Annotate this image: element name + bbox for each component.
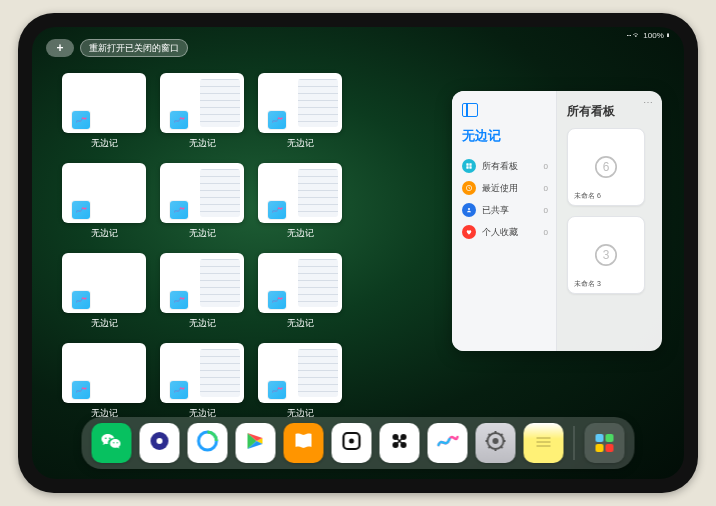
svg-point-14 [349,439,354,444]
ipad-frame: ⋯ ᯤ 100% ▮ + 重新打开已关闭的窗口 无边记无边记无边记无边记无边记无… [18,13,698,493]
switcher-card[interactable]: 无边记 [160,343,244,425]
freeform-app-icon [268,201,286,219]
qqbrowser-icon [196,429,220,457]
switcher-card[interactable]: 无边记 [62,253,146,335]
card-label: 无边记 [287,317,314,330]
reopen-label: 重新打开已关闭的窗口 [89,42,179,55]
quark-icon [148,429,172,457]
freeform-app-icon [170,111,188,129]
svg-point-5 [468,208,470,210]
card-label: 无边记 [91,227,118,240]
dock [82,417,635,469]
panel-title: 无边记 [462,127,548,145]
card-label: 无边记 [189,227,216,240]
card-label: 无边记 [91,137,118,150]
switcher-card[interactable]: 无边记 [62,73,146,155]
card-thumbnail [258,163,342,223]
board-title: 未命名 6 [574,191,601,201]
svg-text:3: 3 [603,248,610,262]
nav-item-heart[interactable]: 个人收藏0 [462,221,548,243]
svg-line-28 [501,434,503,436]
dock-app-wechat[interactable] [92,423,132,463]
grid-icon [462,159,476,173]
dock-app-books[interactable] [284,423,324,463]
card-thumbnail [160,163,244,223]
card-thumbnail [160,253,244,313]
card-label: 无边记 [91,317,118,330]
nav-count: 0 [544,162,548,171]
nav-item-people[interactable]: 已共享0 [462,199,548,221]
dock-separator [574,426,575,460]
people-icon [462,203,476,217]
dock-app-obsidian[interactable] [332,423,372,463]
panel-right-title: 所有看板 [567,103,654,120]
board-tile[interactable]: 6未命名 6 [567,128,645,206]
switcher-card[interactable]: 无边记 [62,343,146,425]
switcher-card[interactable]: 无边记 [258,343,342,425]
dock-app-flomo[interactable] [380,423,420,463]
nav-item-grid[interactable]: 所有看板0 [462,155,548,177]
panel-boards: 所有看板 6未命名 63未命名 3 [557,91,662,351]
nav-label: 个人收藏 [482,226,518,239]
svg-point-20 [493,438,499,444]
freeform-app-icon [72,201,90,219]
svg-line-25 [489,434,491,436]
switcher-card[interactable]: 无边记 [258,163,342,245]
nav-item-clock[interactable]: 最近使用0 [462,177,548,199]
dock-app-freeform[interactable] [428,423,468,463]
board-tile[interactable]: 3未命名 3 [567,216,645,294]
dock-app-notes[interactable] [524,423,564,463]
reopen-closed-window-button[interactable]: 重新打开已关闭的窗口 [80,39,188,57]
dock-app-qqbrowser[interactable] [188,423,228,463]
dock-app-play[interactable] [236,423,276,463]
nav-label: 已共享 [482,204,509,217]
clock-icon [462,181,476,195]
panel-navigation: 无边记 所有看板0最近使用0已共享0个人收藏0 [452,91,557,351]
svg-rect-3 [469,166,471,168]
switcher-card[interactable]: 无边记 [160,73,244,155]
card-thumbnail [258,73,342,133]
svg-rect-33 [606,434,614,442]
svg-rect-2 [466,166,468,168]
heart-icon [462,225,476,239]
svg-rect-32 [596,434,604,442]
nav-count: 0 [544,228,548,237]
switcher-card[interactable]: 无边记 [62,163,146,245]
dock-recent-apps[interactable] [585,423,625,463]
freeform-icon [436,429,460,457]
nav-label: 最近使用 [482,182,518,195]
card-thumbnail [160,73,244,133]
board-title: 未命名 3 [574,279,601,289]
card-thumbnail [62,163,146,223]
nav-count: 0 [544,206,548,215]
freeform-app-icon [170,291,188,309]
svg-rect-35 [606,444,614,452]
card-label: 无边记 [189,317,216,330]
freeform-sidebar-panel: ⋯ 无边记 所有看板0最近使用0已共享0个人收藏0 所有看板 6未命名 63未命… [452,91,662,351]
svg-text:6: 6 [603,160,610,174]
panel-more-button[interactable]: ⋯ [643,97,654,108]
play-icon [244,429,268,457]
switcher-card[interactable]: 无边记 [160,163,244,245]
switcher-card[interactable]: 无边记 [258,73,342,155]
card-label: 无边记 [189,137,216,150]
freeform-app-icon [170,201,188,219]
switcher-card[interactable]: 无边记 [258,253,342,335]
svg-line-26 [501,446,503,448]
card-label: 无边记 [287,227,314,240]
dock-app-settings[interactable] [476,423,516,463]
books-icon [292,429,316,457]
nav-count: 0 [544,184,548,193]
app-library-icon [593,431,617,455]
freeform-app-icon [72,291,90,309]
card-thumbnail [258,343,342,403]
new-window-button[interactable]: + [46,39,74,57]
card-thumbnail [62,73,146,133]
freeform-app-icon [268,291,286,309]
svg-rect-1 [469,163,471,165]
freeform-app-icon [268,111,286,129]
dock-app-quark[interactable] [140,423,180,463]
sidebar-toggle-icon[interactable] [462,103,478,117]
switcher-card[interactable]: 无边记 [160,253,244,335]
card-label: 无边记 [287,137,314,150]
